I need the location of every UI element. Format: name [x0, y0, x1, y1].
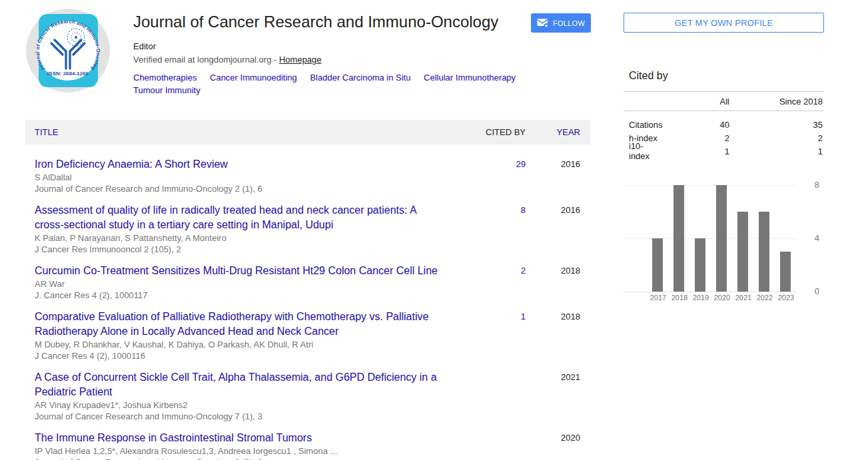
article-title-link[interactable]: Assessment of quality of life in radical… [35, 203, 441, 232]
article-year: 2016 [526, 203, 580, 255]
scholar-profile-page: Journal of Cancer Research and Immuno-On… [0, 0, 868, 460]
interest-chip[interactable]: Cancer Immunoediting [210, 71, 297, 84]
cited-by-heading: Cited by [629, 70, 668, 82]
stats-label: Citations [624, 120, 663, 130]
stats-value-since: 2 [729, 133, 823, 143]
stats-row-citations: Citations 40 35 [624, 118, 824, 131]
article-cited-by-link[interactable]: 2 [461, 264, 526, 301]
y-axis-tick: 8 [803, 180, 819, 190]
chart-bar-2020[interactable] [716, 185, 727, 292]
interest-chip[interactable]: Cellular Immunotherapy [424, 71, 516, 84]
x-axis-label: 2018 [668, 294, 691, 302]
article-authors: S AlDallal [35, 172, 441, 183]
stats-row-i10-index: i10-index 1 1 [624, 144, 824, 158]
stats-header-row: All Since 2018 [624, 91, 824, 111]
y-axis-tick: 4 [803, 233, 819, 244]
articles-table: TITLE CITED BY YEAR Iron Deficiency Anae… [25, 120, 590, 460]
gridline [624, 238, 797, 239]
citations-per-year-chart: 8 4 0 2017 2018 2019 2020 2021 2022 2023 [624, 180, 824, 306]
stats-label: i10-index [624, 141, 663, 161]
articles-table-header: TITLE CITED BY YEAR [25, 120, 590, 144]
article-authors: IP Vlad Herlea 1,2,5*, Alexandra Rosules… [35, 445, 441, 457]
chart-bar-2018[interactable] [673, 185, 684, 292]
interests-list: Chemotherapies Cancer Immunoediting Blad… [133, 71, 594, 97]
article-venue: J Cancer Res Immunooncol 2 (105), 2 [35, 244, 441, 255]
article-row: Comparative Evaluation of Palliative Rad… [25, 305, 590, 365]
article-title-link[interactable]: Comparative Evaluation of Palliative Rad… [35, 310, 441, 339]
x-axis-label: 2020 [711, 294, 733, 302]
article-row: Iron Deficiency Anaemia: A Short Review … [25, 152, 590, 198]
chart-bar-2021[interactable] [737, 212, 748, 292]
sort-by-cited-label: CITED BY [461, 127, 526, 137]
chart-bar-2023[interactable] [780, 252, 791, 292]
sort-by-title-link[interactable]: TITLE [35, 127, 461, 137]
article-cited-by-link[interactable] [461, 431, 526, 460]
article-venue: Journal of Cancer Research and Immuno-On… [35, 183, 441, 194]
article-cited-by-link[interactable]: 29 [461, 157, 526, 194]
article-authors: AR Vinay Krupadev1*, Joshua Kirbens2 [35, 399, 441, 411]
article-authors: AR War [35, 278, 441, 290]
logo-issn-text: ISSN: 2684-1266 [47, 71, 89, 77]
gridline [624, 185, 797, 186]
chart-bar-2017[interactable] [652, 238, 663, 292]
article-year: 2016 [526, 157, 580, 194]
article-cited-by-link[interactable]: 1 [461, 310, 526, 361]
article-venue: J. Cancer Res 4 (2), 1000117 [35, 290, 441, 301]
homepage-link[interactable]: Homepage [279, 55, 322, 65]
x-axis-label: 2019 [689, 294, 712, 302]
envelope-plus-icon [537, 18, 549, 28]
article-authors: M Dubey, R Dhankhar, V Kaushal, K Dahiya… [35, 339, 441, 350]
follow-button-label: FOLLOW [553, 19, 585, 27]
x-axis-label: 2023 [775, 294, 797, 302]
interest-chip[interactable]: Tumour Immunity [133, 84, 201, 97]
x-axis-label: 2022 [753, 294, 776, 302]
stats-value-since: 1 [729, 146, 823, 156]
profile-role: Editor [133, 41, 600, 52]
article-title-link[interactable]: Curcumin Co-Treatment Sensitizes Multi-D… [35, 264, 441, 278]
article-cited-by-link[interactable]: 8 [461, 203, 526, 255]
y-axis-tick: 0 [803, 286, 819, 297]
x-axis-label: 2021 [732, 294, 755, 302]
x-axis-label: 2017 [647, 294, 669, 302]
article-authors: K Palan, P Narayanan, S Pattanshetty, A … [35, 232, 441, 244]
journal-logo-icon: Journal of Cancer Research and Immuno-On… [25, 8, 111, 93]
article-title-link[interactable]: Iron Deficiency Anaemia: A Short Review [35, 157, 441, 172]
sort-by-year-link[interactable]: YEAR [526, 127, 580, 137]
verified-email-text: Verified email at longdomjournal.org - [133, 55, 279, 65]
article-year: 2021 [526, 370, 580, 422]
chart-bar-2022[interactable] [759, 212, 769, 292]
chart-baseline [624, 292, 797, 292]
stats-value-all: 2 [663, 133, 729, 143]
stats-value-since: 35 [729, 120, 823, 130]
stats-col-all: All [663, 97, 729, 107]
stats-value-all: 1 [663, 146, 729, 156]
stats-col-since: Since 2018 [729, 97, 823, 107]
article-year: 2018 [526, 310, 580, 361]
article-title-link[interactable]: The Immune Response in Gastrointestinal … [35, 431, 441, 445]
citation-stats-table: All Since 2018 Citations 40 35 h-index 2… [624, 91, 824, 158]
article-cited-by-link[interactable] [461, 370, 526, 422]
avatar: Journal of Cancer Research and Immuno-On… [25, 8, 111, 93]
article-year: 2018 [526, 264, 580, 301]
article-venue: Journal of Cancer Research and Immuno-On… [35, 411, 441, 422]
article-title-link[interactable]: A Case of Concurrent Sickle Cell Trait, … [35, 370, 441, 399]
chart-bar-2019[interactable] [695, 238, 705, 292]
stats-value-all: 40 [663, 120, 729, 130]
article-row: Curcumin Co-Treatment Sensitizes Multi-D… [25, 259, 590, 305]
page-title: Journal of Cancer Research and Immuno-On… [133, 12, 600, 32]
verified-email: Verified email at longdomjournal.org - H… [133, 54, 600, 65]
follow-button[interactable]: FOLLOW [531, 13, 591, 33]
get-my-own-profile-button[interactable]: GET MY OWN PROFILE [624, 13, 824, 33]
article-venue: Journal of Cancer Research and Immuno-On… [35, 457, 441, 460]
article-year: 2020 [526, 431, 580, 460]
article-row: A Case of Concurrent Sickle Cell Trait, … [25, 365, 590, 426]
interest-chip[interactable]: Bladder Carcinoma in Situ [310, 71, 410, 84]
article-row: The Immune Response in Gastrointestinal … [25, 426, 590, 460]
interest-chip[interactable]: Chemotherapies [133, 71, 197, 84]
article-venue: J Cancer Res 4 (2), 1000116 [35, 350, 441, 361]
article-row: Assessment of quality of life in radical… [25, 198, 590, 259]
